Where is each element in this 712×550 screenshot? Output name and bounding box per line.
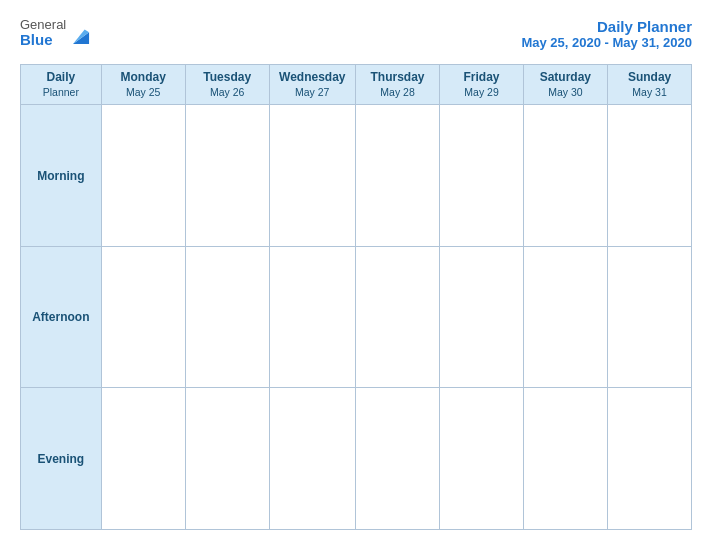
- header-label-cell: Daily Planner: [21, 65, 102, 105]
- header-planner: Planner: [24, 86, 98, 100]
- afternoon-wednesday[interactable]: [269, 246, 355, 388]
- evening-wednesday[interactable]: [269, 388, 355, 530]
- logo-icon: [70, 25, 92, 47]
- afternoon-thursday[interactable]: [355, 246, 440, 388]
- afternoon-label: Afternoon: [21, 246, 102, 388]
- evening-thursday[interactable]: [355, 388, 440, 530]
- calendar-header-row: Daily Planner Monday May 25 Tuesday May …: [21, 65, 692, 105]
- header-wednesday: Wednesday May 27: [269, 65, 355, 105]
- morning-friday[interactable]: [440, 105, 523, 247]
- afternoon-sunday[interactable]: [608, 246, 692, 388]
- afternoon-monday[interactable]: [101, 246, 185, 388]
- header-thursday: Thursday May 28: [355, 65, 440, 105]
- logo-general-text: General: [20, 18, 66, 32]
- evening-saturday[interactable]: [523, 388, 608, 530]
- calendar-table: Daily Planner Monday May 25 Tuesday May …: [20, 64, 692, 530]
- afternoon-saturday[interactable]: [523, 246, 608, 388]
- header: General Blue Daily Planner May 25, 2020 …: [20, 18, 692, 50]
- morning-label: Morning: [21, 105, 102, 247]
- morning-monday[interactable]: [101, 105, 185, 247]
- morning-row: Morning: [21, 105, 692, 247]
- logo-blue-text: Blue: [20, 32, 66, 49]
- planner-date-range: May 25, 2020 - May 31, 2020: [521, 35, 692, 50]
- evening-tuesday[interactable]: [185, 388, 269, 530]
- evening-sunday[interactable]: [608, 388, 692, 530]
- afternoon-tuesday[interactable]: [185, 246, 269, 388]
- morning-tuesday[interactable]: [185, 105, 269, 247]
- evening-monday[interactable]: [101, 388, 185, 530]
- header-tuesday: Tuesday May 26: [185, 65, 269, 105]
- morning-sunday[interactable]: [608, 105, 692, 247]
- title-block: Daily Planner May 25, 2020 - May 31, 202…: [521, 18, 692, 50]
- morning-wednesday[interactable]: [269, 105, 355, 247]
- afternoon-friday[interactable]: [440, 246, 523, 388]
- evening-friday[interactable]: [440, 388, 523, 530]
- logo: General Blue: [20, 18, 92, 49]
- morning-saturday[interactable]: [523, 105, 608, 247]
- header-monday: Monday May 25: [101, 65, 185, 105]
- afternoon-row: Afternoon: [21, 246, 692, 388]
- morning-thursday[interactable]: [355, 105, 440, 247]
- planner-title: Daily Planner: [521, 18, 692, 35]
- header-saturday: Saturday May 30: [523, 65, 608, 105]
- header-friday: Friday May 29: [440, 65, 523, 105]
- header-daily: Daily: [24, 70, 98, 86]
- evening-row: Evening: [21, 388, 692, 530]
- header-sunday: Sunday May 31: [608, 65, 692, 105]
- evening-label: Evening: [21, 388, 102, 530]
